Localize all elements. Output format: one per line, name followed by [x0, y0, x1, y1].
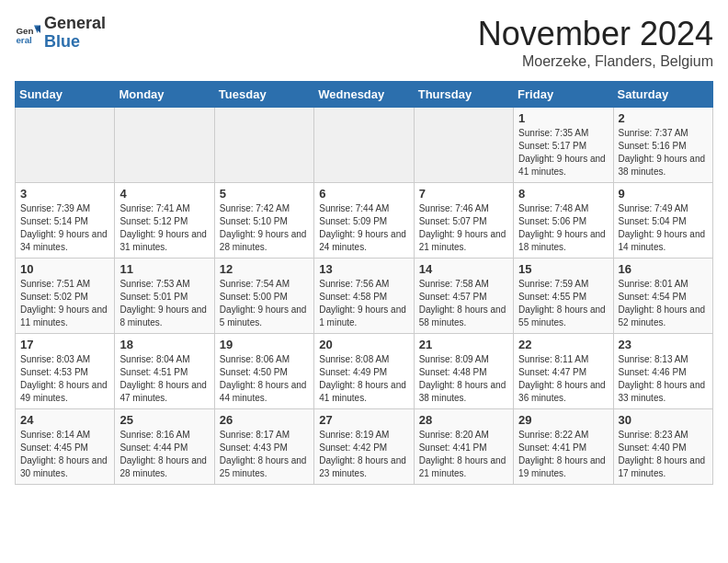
day-cell: [414, 108, 513, 183]
header-row: SundayMondayTuesdayWednesdayThursdayFrid…: [16, 82, 713, 108]
day-number: 3: [20, 187, 109, 201]
day-number: 17: [20, 338, 109, 351]
day-number: 29: [518, 413, 608, 427]
day-number: 12: [220, 262, 309, 276]
week-row-5: 24Sunrise: 8:14 AM Sunset: 4:45 PM Dayli…: [16, 409, 713, 485]
day-info: Sunrise: 7:59 AM Sunset: 4:55 PM Dayligh…: [518, 278, 608, 329]
day-info: Sunrise: 8:09 AM Sunset: 4:48 PM Dayligh…: [419, 353, 508, 405]
day-info: Sunrise: 7:39 AM Sunset: 5:14 PM Dayligh…: [20, 202, 109, 254]
day-number: 13: [319, 262, 408, 276]
day-info: Sunrise: 8:19 AM Sunset: 4:42 PM Dayligh…: [319, 429, 408, 480]
day-number: 10: [20, 262, 109, 276]
day-number: 8: [518, 187, 608, 201]
day-cell: 16Sunrise: 8:01 AM Sunset: 4:54 PM Dayli…: [613, 259, 712, 334]
day-info: Sunrise: 8:03 AM Sunset: 4:53 PM Dayligh…: [20, 353, 109, 405]
day-cell: 21Sunrise: 8:09 AM Sunset: 4:48 PM Dayli…: [414, 334, 513, 409]
day-cell: [314, 108, 414, 183]
day-number: 24: [20, 413, 109, 427]
day-cell: 30Sunrise: 8:23 AM Sunset: 4:40 PM Dayli…: [613, 409, 712, 485]
calendar-header: SundayMondayTuesdayWednesdayThursdayFrid…: [16, 82, 713, 108]
column-header-wednesday: Wednesday: [314, 82, 414, 108]
day-cell: 26Sunrise: 8:17 AM Sunset: 4:43 PM Dayli…: [214, 409, 313, 485]
day-cell: 15Sunrise: 7:59 AM Sunset: 4:55 PM Dayli…: [514, 259, 613, 334]
day-info: Sunrise: 8:23 AM Sunset: 4:40 PM Dayligh…: [619, 429, 708, 480]
month-title: November 2024: [478, 15, 713, 53]
day-cell: 29Sunrise: 8:22 AM Sunset: 4:41 PM Dayli…: [514, 409, 613, 485]
day-info: Sunrise: 8:08 AM Sunset: 4:49 PM Dayligh…: [319, 353, 408, 405]
column-header-saturday: Saturday: [613, 82, 712, 108]
day-number: 23: [619, 338, 708, 351]
calendar-body: 1Sunrise: 7:35 AM Sunset: 5:17 PM Daylig…: [16, 108, 713, 485]
day-info: Sunrise: 8:11 AM Sunset: 4:47 PM Dayligh…: [518, 353, 608, 405]
column-header-friday: Friday: [514, 82, 613, 108]
day-info: Sunrise: 7:49 AM Sunset: 5:04 PM Dayligh…: [619, 202, 708, 254]
day-info: Sunrise: 7:46 AM Sunset: 5:07 PM Dayligh…: [419, 202, 508, 254]
day-cell: 19Sunrise: 8:06 AM Sunset: 4:50 PM Dayli…: [214, 334, 313, 409]
logo: Gen eral General Blue: [15, 15, 106, 52]
day-number: 14: [419, 262, 508, 276]
day-cell: 3Sunrise: 7:39 AM Sunset: 5:14 PM Daylig…: [16, 183, 115, 259]
day-number: 11: [119, 262, 209, 276]
day-cell: 17Sunrise: 8:03 AM Sunset: 4:53 PM Dayli…: [16, 334, 115, 409]
day-info: Sunrise: 8:16 AM Sunset: 4:44 PM Dayligh…: [119, 429, 209, 480]
day-cell: 8Sunrise: 7:48 AM Sunset: 5:06 PM Daylig…: [514, 183, 613, 259]
day-cell: 10Sunrise: 7:51 AM Sunset: 5:02 PM Dayli…: [16, 259, 115, 334]
day-cell: [16, 108, 115, 183]
day-cell: [115, 108, 214, 183]
week-row-4: 17Sunrise: 8:03 AM Sunset: 4:53 PM Dayli…: [16, 334, 713, 409]
day-cell: 7Sunrise: 7:46 AM Sunset: 5:07 PM Daylig…: [414, 183, 513, 259]
day-cell: 13Sunrise: 7:56 AM Sunset: 4:58 PM Dayli…: [314, 259, 414, 334]
column-header-sunday: Sunday: [16, 82, 115, 108]
day-info: Sunrise: 7:51 AM Sunset: 5:02 PM Dayligh…: [20, 278, 109, 329]
logo-general-text: General: [44, 14, 106, 32]
day-cell: 28Sunrise: 8:20 AM Sunset: 4:41 PM Dayli…: [414, 409, 513, 485]
day-info: Sunrise: 8:04 AM Sunset: 4:51 PM Dayligh…: [119, 353, 209, 405]
day-cell: 1Sunrise: 7:35 AM Sunset: 5:17 PM Daylig…: [514, 108, 613, 183]
day-cell: 24Sunrise: 8:14 AM Sunset: 4:45 PM Dayli…: [16, 409, 115, 485]
day-info: Sunrise: 7:42 AM Sunset: 5:10 PM Dayligh…: [220, 202, 309, 254]
day-number: 16: [619, 262, 708, 276]
day-cell: 23Sunrise: 8:13 AM Sunset: 4:46 PM Dayli…: [613, 334, 712, 409]
day-cell: 2Sunrise: 7:37 AM Sunset: 5:16 PM Daylig…: [613, 108, 712, 183]
day-cell: 18Sunrise: 8:04 AM Sunset: 4:51 PM Dayli…: [115, 334, 214, 409]
week-row-3: 10Sunrise: 7:51 AM Sunset: 5:02 PM Dayli…: [16, 259, 713, 334]
day-cell: 6Sunrise: 7:44 AM Sunset: 5:09 PM Daylig…: [314, 183, 414, 259]
day-info: Sunrise: 8:17 AM Sunset: 4:43 PM Dayligh…: [220, 429, 309, 480]
day-info: Sunrise: 8:14 AM Sunset: 4:45 PM Dayligh…: [20, 429, 109, 480]
day-number: 7: [419, 187, 508, 201]
day-number: 27: [319, 413, 408, 427]
day-number: 30: [619, 413, 708, 427]
day-info: Sunrise: 7:37 AM Sunset: 5:16 PM Dayligh…: [619, 127, 708, 178]
day-number: 21: [419, 338, 508, 351]
day-cell: 25Sunrise: 8:16 AM Sunset: 4:44 PM Dayli…: [115, 409, 214, 485]
week-row-1: 1Sunrise: 7:35 AM Sunset: 5:17 PM Daylig…: [16, 108, 713, 183]
logo-blue-text: Blue: [44, 32, 80, 51]
page-header: Gen eral General Blue November 2024 Moer…: [15, 15, 713, 70]
day-number: 5: [220, 187, 309, 201]
day-info: Sunrise: 7:58 AM Sunset: 4:57 PM Dayligh…: [419, 278, 508, 329]
day-number: 19: [220, 338, 309, 351]
day-number: 18: [119, 338, 209, 351]
day-cell: 20Sunrise: 8:08 AM Sunset: 4:49 PM Dayli…: [314, 334, 414, 409]
calendar-table: SundayMondayTuesdayWednesdayThursdayFrid…: [15, 81, 713, 485]
day-info: Sunrise: 7:48 AM Sunset: 5:06 PM Dayligh…: [518, 202, 608, 254]
day-cell: 27Sunrise: 8:19 AM Sunset: 4:42 PM Dayli…: [314, 409, 414, 485]
day-info: Sunrise: 7:35 AM Sunset: 5:17 PM Dayligh…: [518, 127, 608, 178]
location-subtitle: Moerzeke, Flanders, Belgium: [478, 53, 713, 70]
day-number: 4: [119, 187, 209, 201]
column-header-thursday: Thursday: [414, 82, 513, 108]
day-number: 22: [518, 338, 608, 351]
svg-text:eral: eral: [16, 35, 32, 45]
day-number: 15: [518, 262, 608, 276]
day-info: Sunrise: 8:20 AM Sunset: 4:41 PM Dayligh…: [419, 429, 508, 480]
day-number: 28: [419, 413, 508, 427]
day-cell: 11Sunrise: 7:53 AM Sunset: 5:01 PM Dayli…: [115, 259, 214, 334]
day-info: Sunrise: 7:54 AM Sunset: 5:00 PM Dayligh…: [220, 278, 309, 329]
day-info: Sunrise: 7:44 AM Sunset: 5:09 PM Dayligh…: [319, 202, 408, 254]
day-cell: 4Sunrise: 7:41 AM Sunset: 5:12 PM Daylig…: [115, 183, 214, 259]
day-info: Sunrise: 8:22 AM Sunset: 4:41 PM Dayligh…: [518, 429, 608, 480]
day-cell: 5Sunrise: 7:42 AM Sunset: 5:10 PM Daylig…: [214, 183, 313, 259]
day-info: Sunrise: 8:06 AM Sunset: 4:50 PM Dayligh…: [220, 353, 309, 405]
column-header-monday: Monday: [115, 82, 214, 108]
day-number: 2: [619, 111, 708, 125]
